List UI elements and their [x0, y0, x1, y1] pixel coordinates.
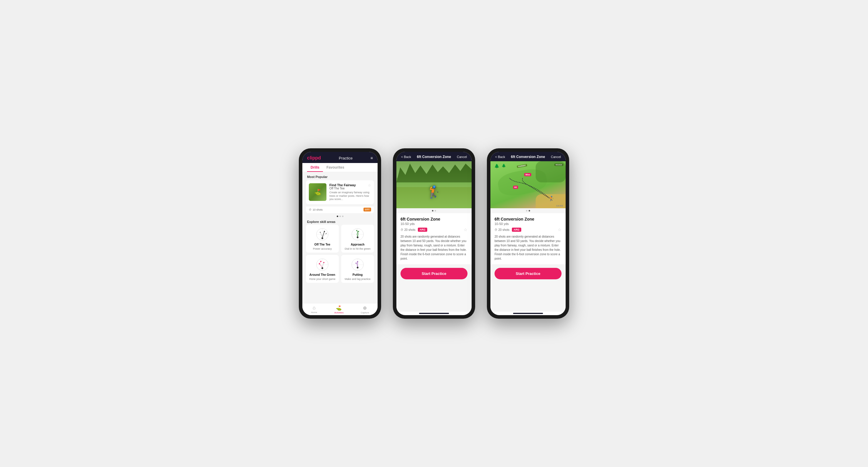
- map-background: SAND FAIRWAY ROUGH Hit Miss 🌲 🌲 🏌️: [490, 161, 566, 208]
- map-golfer: 🏌️: [549, 196, 555, 201]
- putting-icon: [350, 257, 365, 272]
- back-button-3[interactable]: < Back: [495, 155, 505, 159]
- rough-label: ROUGH: [555, 164, 563, 166]
- phone-2-screen: < Back 6ft Conversion Zone Cancel 🏌️: [396, 152, 472, 315]
- drill-title-3: 6ft Conversion Zone: [495, 217, 561, 222]
- cancel-button-3[interactable]: Cancel: [551, 155, 561, 159]
- ott-label: Off The Tee: [314, 243, 330, 246]
- drill-range-3: 10-50 yds: [495, 222, 561, 226]
- ott-sublabel: Power accuracy: [313, 247, 332, 250]
- drill-shots: ⏱ 20 shots: [401, 228, 415, 231]
- skill-putting[interactable]: Putting Make and lag practice: [341, 255, 374, 283]
- nav-activities[interactable]: ⛳ Activities: [334, 305, 344, 314]
- start-practice-button-3[interactable]: Start Practice: [495, 268, 561, 279]
- atg-icon: [315, 257, 330, 272]
- tree-icon-2: 🌲: [502, 164, 506, 168]
- start-practice-button[interactable]: Start Practice: [401, 268, 467, 279]
- card-star[interactable]: ☆: [368, 183, 371, 188]
- card-subtitle: Off The Tee: [330, 187, 371, 190]
- img-dot-3-1: [526, 210, 527, 211]
- drill-meta-3: ⏱ 20 shots ARG ☆: [495, 227, 561, 232]
- phone2-header: < Back 6ft Conversion Zone Cancel: [396, 152, 472, 161]
- putting-sublabel: Make and lag practice: [345, 277, 371, 280]
- clock-icon: ⏱: [309, 208, 311, 211]
- dot-1: [337, 215, 338, 217]
- phone2-body: 🏌️ 6ft Conversion Zone 10-50 yds ⏱ 20: [396, 161, 472, 312]
- drill-card[interactable]: Find The Fairway Off The Tee Create an i…: [306, 180, 374, 204]
- phone-1-screen: clippd Practice ≡ Drills Favourites Most…: [302, 152, 378, 315]
- clock-icon-2: ⏱: [401, 228, 403, 231]
- skill-around-green[interactable]: Around The Green Hone your short game: [306, 255, 339, 283]
- svg-point-7: [320, 232, 321, 233]
- phone1-header-title: Practice: [339, 156, 352, 160]
- skill-off-the-tee[interactable]: Off The Tee Power accuracy: [306, 225, 339, 253]
- image-dots-3: [490, 208, 566, 213]
- img-dot-3-2: [529, 210, 530, 211]
- svg-point-14: [358, 231, 359, 232]
- drill-description: 20 shots are randomly generated at dista…: [401, 234, 467, 261]
- tabs-bar: Drills Favourites: [302, 163, 378, 172]
- tab-favourites[interactable]: Favourites: [323, 163, 348, 172]
- approach-label: Approach: [351, 243, 365, 246]
- activities-label: Activities: [334, 311, 344, 314]
- home-indicator-3: [513, 313, 543, 314]
- card-title: Find The Fairway: [330, 183, 371, 187]
- img-dot-2: [435, 210, 436, 211]
- svg-line-23: [319, 264, 322, 267]
- golfer-silhouette: 🏌️: [427, 185, 441, 199]
- fairway-label: FAIRWAY: [517, 164, 527, 168]
- home-icon: ⌂: [313, 305, 316, 310]
- tab-drills[interactable]: Drills: [307, 163, 323, 172]
- svg-point-3: [321, 237, 323, 239]
- card-description: Create an imaginary fairway using trees …: [330, 191, 371, 201]
- svg-point-15: [356, 230, 357, 231]
- svg-point-9: [326, 233, 327, 234]
- drill-map: SAND FAIRWAY ROUGH Hit Miss 🌲 🌲 🏌️: [490, 161, 566, 208]
- ott-icon: [315, 227, 330, 242]
- most-popular-title: Most Popular: [302, 172, 378, 180]
- phone-2: < Back 6ft Conversion Zone Cancel 🏌️: [393, 148, 475, 319]
- clock-icon-3: ⏱: [495, 228, 497, 231]
- svg-point-13: [357, 236, 359, 238]
- cancel-button[interactable]: Cancel: [457, 155, 467, 159]
- activities-icon: ⛳: [336, 305, 342, 311]
- clippd-logo: clippd: [307, 155, 321, 161]
- phone3-body: SAND FAIRWAY ROUGH Hit Miss 🌲 🌲 🏌️: [490, 161, 566, 312]
- tree-icon-1: 🌲: [494, 164, 499, 168]
- svg-point-31: [357, 261, 358, 262]
- image-dots: [396, 208, 472, 213]
- drill-content-3: 6ft Conversion Zone 10-50 yds ⏱ 20 shots…: [490, 213, 566, 264]
- skill-approach[interactable]: Approach Dial-in to hit the green: [341, 225, 374, 253]
- nav-capture[interactable]: ⊕ Capture: [361, 305, 369, 314]
- drill-star-3[interactable]: ☆: [558, 227, 561, 232]
- approach-icon: [350, 227, 365, 242]
- phone-3: < Back 6ft Conversion Zone Cancel SAND F…: [487, 148, 569, 319]
- home-label: Home: [311, 311, 317, 314]
- menu-icon[interactable]: ≡: [371, 156, 373, 160]
- phone-1: clippd Practice ≡ Drills Favourites Most…: [299, 148, 381, 319]
- svg-point-29: [357, 267, 359, 268]
- nav-home[interactable]: ⌂ Home: [311, 305, 317, 314]
- drill-content: 6ft Conversion Zone 10-50 yds ⏱ 20 shots…: [396, 213, 472, 264]
- drill-star[interactable]: ☆: [464, 227, 467, 232]
- phones-container: clippd Practice ≡ Drills Favourites Most…: [299, 148, 569, 319]
- img-dot-1: [432, 210, 433, 211]
- explore-title: Explore skill areas: [302, 218, 378, 225]
- shots-count: ⏱ 10 shots: [309, 208, 322, 211]
- phone2-header-title: 6ft Conversion Zone: [417, 155, 451, 159]
- svg-point-19: [321, 267, 323, 269]
- svg-line-4: [320, 232, 322, 237]
- hit-pin: Hit: [513, 186, 518, 189]
- phone-3-screen: < Back 6ft Conversion Zone Cancel SAND F…: [490, 152, 566, 315]
- bottom-nav: ⌂ Home ⛳ Activities ⊕ Capture: [302, 303, 378, 315]
- phone1-header: clippd Practice ≡: [302, 152, 378, 163]
- card-golf-image: [309, 183, 327, 201]
- golf-photo: 🏌️: [396, 161, 472, 208]
- card-image: [309, 183, 327, 201]
- atg-label: Around The Green: [309, 273, 335, 276]
- svg-line-25: [322, 263, 324, 267]
- svg-point-8: [324, 231, 325, 232]
- back-button[interactable]: < Back: [401, 155, 411, 159]
- dot-3: [342, 215, 343, 217]
- arg-tag: ARG: [418, 228, 427, 232]
